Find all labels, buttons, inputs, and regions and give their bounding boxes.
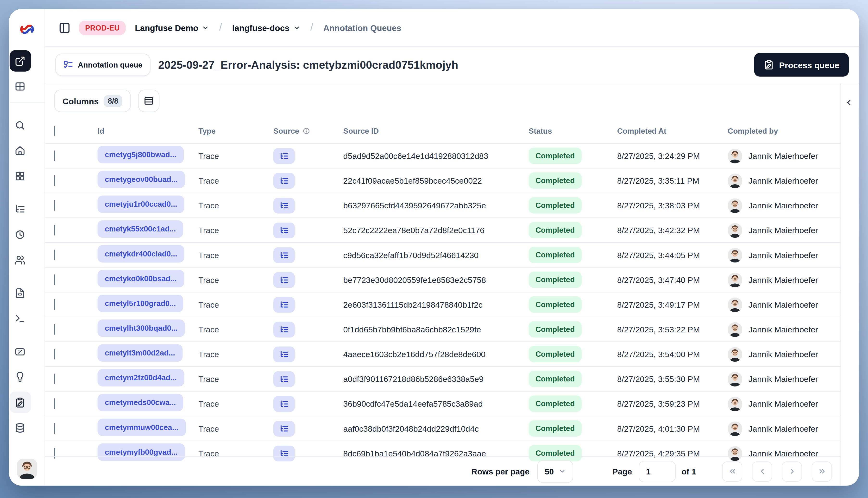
row-checkbox[interactable] [54,200,55,211]
table-row[interactable]: cmetygeov00buad... Trace 22c41f09acae5b1… [45,168,841,193]
trace-tree-icon [280,424,289,433]
table-toolbar: Columns 8/8 [45,83,841,118]
completed-by-name: Jannik Maierhoefer [749,399,818,408]
first-page-button[interactable] [722,461,742,482]
chevron-right-icon [788,467,796,475]
table-icon[interactable] [9,76,31,97]
row-checkbox[interactable] [54,150,55,161]
row-checkbox[interactable] [54,249,55,260]
breadcrumb-separator: / [215,21,226,33]
completed-by-avatar [728,198,742,213]
info-icon [302,127,310,134]
app-window: PROD-EU Langfuse Demo / langfuse-docs / … [9,9,859,486]
row-checkbox[interactable] [54,274,55,285]
next-page-button[interactable] [782,461,802,482]
source-id: aaf0c38db0f3f2048b24dd229df10d4c [344,424,529,433]
clock-icon[interactable] [9,224,31,245]
file-code-icon[interactable] [9,282,31,304]
chevron-down-icon [293,24,300,31]
user-avatar[interactable] [16,459,37,479]
project-name: langfuse-docs [232,23,289,32]
item-id-link[interactable]: cmetygeov00buad... [98,171,185,188]
rows-per-page-select[interactable]: 50 [537,460,573,483]
expand-panel-button[interactable] [844,98,856,109]
completed-by-avatar [728,223,742,237]
table-row[interactable]: cmetylht300bqad0... Trace 0f1dd65b7bb9bf… [45,316,841,341]
org-switcher[interactable]: Langfuse Demo [135,23,209,32]
row-checkbox[interactable] [54,349,55,359]
item-id-link[interactable]: cmetyl5r100grad0... [98,295,183,312]
item-id-link[interactable]: cmetykdr400ciad0... [98,245,185,263]
column-header-type[interactable]: Type [198,127,273,135]
terminal-icon[interactable] [9,307,31,329]
item-id-link[interactable]: cmetymmuw00cea... [98,419,186,436]
process-queue-button[interactable]: Process queue [754,53,849,76]
item-id-link[interactable]: cmetylht300bqad0... [98,319,185,337]
lightbulb-icon[interactable] [9,366,31,388]
completed-at: 8/27/2025, 3:59:23 PM [617,399,728,408]
page-number-input[interactable] [639,460,676,482]
completed-by-name: Jannik Maierhoefer [749,250,818,260]
status-badge: Completed [529,222,582,238]
sidebar-toggle-icon[interactable] [55,18,73,37]
page-of-label: of 1 [682,467,696,476]
column-header-completed-by[interactable]: Completed by [728,127,840,135]
item-id-link[interactable]: cmetyg5j800bwad... [98,146,184,163]
table-row[interactable]: cmetykdr400ciad0... Trace c9d56ca32efaff… [45,242,841,267]
table-header-row: Id Type Source Source ID Status Complete… [45,118,841,143]
trace-tree-icon[interactable] [9,198,31,220]
table-row[interactable]: cmetyju1r00ccad0... Trace b63297665cfd44… [45,193,841,218]
item-id-link[interactable]: cmetyk55x00c1ad... [98,220,183,238]
item-id-link[interactable]: cmetylt3m00d2ad... [98,344,182,362]
percent-icon[interactable] [9,341,31,362]
column-header-status[interactable]: Status [529,127,617,135]
table-row[interactable]: cmetyg5j800bwad... Trace d5ad9d52a00c6e1… [45,143,841,168]
row-checkbox[interactable] [54,373,55,384]
completed-at: 8/27/2025, 3:44:05 PM [617,250,728,260]
item-id-link[interactable]: cmetyko0k00bsad... [98,270,184,287]
previous-page-button[interactable] [752,461,772,482]
annotation-queues-icon[interactable] [9,392,31,413]
column-header-id[interactable]: Id [98,127,198,135]
column-header-source[interactable]: Source [273,127,344,135]
external-link-icon[interactable] [9,50,31,71]
table-row[interactable]: cmetym2fz00d4ad... Trace a0df3f901167218… [45,366,841,391]
row-checkbox[interactable] [54,398,55,409]
database-icon[interactable] [9,417,31,438]
column-header-completed-at[interactable]: Completed At [617,127,728,135]
item-id-link[interactable]: cmetym2fz00d4ad... [98,369,184,386]
table-row[interactable]: cmetyko0k00bsad... Trace be7723e30d80205… [45,267,841,292]
users-icon[interactable] [9,249,31,271]
row-checkbox[interactable] [54,175,55,186]
trace-source-chip [273,247,295,263]
column-header-source-id[interactable]: Source ID [344,127,529,135]
table-row[interactable]: cmetyl5r100grad0... Trace 2e603f31361115… [45,292,841,316]
table-row[interactable]: cmetylt3m00d2ad... Trace 4aaece1603cb2e1… [45,342,841,366]
completed-by-name: Jannik Maierhoefer [749,375,818,384]
item-type: Trace [198,399,273,408]
row-checkbox[interactable] [54,324,55,335]
completed-by-avatar [728,173,742,188]
home-icon[interactable] [9,140,31,161]
row-checkbox[interactable] [54,299,55,310]
last-page-button[interactable] [812,461,832,482]
status-badge: Completed [529,272,582,288]
item-type: Trace [198,250,273,260]
item-id-link[interactable]: cmetymeds00cwa... [98,394,183,411]
row-checkbox[interactable] [54,224,55,235]
row-height-button[interactable] [138,90,159,112]
columns-button[interactable]: Columns 8/8 [54,90,131,112]
project-switcher[interactable]: langfuse-docs [232,23,300,32]
table-row[interactable]: cmetyk55x00c1ad... Trace 52c72c2222ea78e… [45,218,841,242]
table-row[interactable]: cmetymmuw00cea... Trace aaf0c38db0f3f204… [45,416,841,441]
status-badge: Completed [529,371,582,387]
row-checkbox[interactable] [54,423,55,434]
select-all-checkbox[interactable] [54,126,55,135]
status-badge: Completed [529,247,582,263]
dashboard-icon[interactable] [9,165,31,186]
chevron-down-icon [202,24,209,31]
table-row[interactable]: cmetymeds00cwa... Trace 36b90cdfc47e5da1… [45,391,841,416]
completed-by-name: Jannik Maierhoefer [749,300,818,309]
search-icon[interactable] [9,114,31,136]
item-id-link[interactable]: cmetyju1r00ccad0... [98,195,185,213]
